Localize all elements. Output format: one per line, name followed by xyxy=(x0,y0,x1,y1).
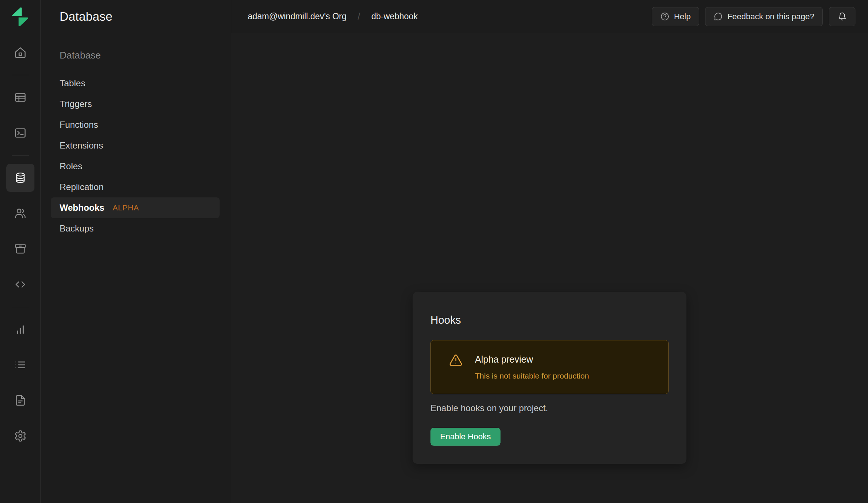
body: Database Tables Triggers Functions Exten… xyxy=(41,33,868,503)
supabase-logo[interactable] xyxy=(0,0,40,33)
top-header: Database adam@windmill.dev's Org / db-we… xyxy=(41,0,868,33)
help-circle-icon xyxy=(660,12,670,21)
icon-rail xyxy=(0,0,41,503)
sidebar-item-label: Backups xyxy=(60,223,94,234)
enable-hooks-button[interactable]: Enable Hooks xyxy=(431,428,501,446)
rail-divider xyxy=(12,307,29,307)
api-docs-file-icon[interactable] xyxy=(6,386,34,414)
sidebar-item-webhooks[interactable]: Webhooks ALPHA xyxy=(51,197,220,218)
shell: Database adam@windmill.dev's Org / db-we… xyxy=(41,0,868,503)
alert-text: Alpha preview This is not suitable for p… xyxy=(475,353,589,382)
alpha-badge: ALPHA xyxy=(113,203,139,212)
alert-title: Alpha preview xyxy=(475,353,589,366)
sidebar-item-extensions[interactable]: Extensions xyxy=(51,135,220,156)
header-right: adam@windmill.dev's Org / db-webhook Hel… xyxy=(231,0,868,33)
sql-editor-icon[interactable] xyxy=(6,119,34,147)
sidebar-item-label: Tables xyxy=(60,78,85,89)
sidebar-item-label: Triggers xyxy=(60,99,92,109)
breadcrumb-org[interactable]: adam@windmill.dev's Org xyxy=(248,11,347,21)
hooks-card-body-text: Enable hooks on your project. xyxy=(431,402,669,414)
sidebar-item-label: Roles xyxy=(60,161,82,171)
table-editor-icon[interactable] xyxy=(6,83,34,111)
help-button[interactable]: Help xyxy=(652,7,699,26)
sidebar-item-label: Webhooks xyxy=(60,203,104,213)
breadcrumb: adam@windmill.dev's Org / db-webhook xyxy=(248,11,418,22)
rail-divider xyxy=(12,75,29,75)
sidebar-item-label: Extensions xyxy=(60,140,103,151)
home-icon[interactable] xyxy=(6,39,34,67)
settings-gear-icon[interactable] xyxy=(6,422,34,450)
sidebar-menu: Tables Triggers Functions Extensions Rol… xyxy=(41,73,231,239)
chat-bubble-icon xyxy=(714,12,723,21)
page-title: Database xyxy=(60,10,113,24)
warning-triangle-icon xyxy=(449,353,463,367)
edge-functions-code-icon[interactable] xyxy=(6,270,34,299)
notifications-button[interactable] xyxy=(829,7,855,26)
sidebar-item-roles[interactable]: Roles xyxy=(51,156,220,177)
storage-archive-icon[interactable] xyxy=(6,235,34,263)
reports-chart-icon[interactable] xyxy=(6,315,34,343)
supabase-bolt-icon xyxy=(10,6,31,27)
hooks-card: Hooks Alpha preview This is not suitable… xyxy=(413,292,687,464)
breadcrumb-separator: / xyxy=(358,11,360,22)
sidebar-item-functions[interactable]: Functions xyxy=(51,114,220,135)
hooks-card-title: Hooks xyxy=(431,313,669,327)
logs-list-icon[interactable] xyxy=(6,351,34,379)
alert-description: This is not suitable for production xyxy=(475,370,589,382)
sidebar-item-replication[interactable]: Replication xyxy=(51,177,220,197)
breadcrumb-project[interactable]: db-webhook xyxy=(371,11,418,21)
sidebar-section-title: Database xyxy=(60,50,231,61)
main-content: Hooks Alpha preview This is not suitable… xyxy=(231,33,868,503)
feedback-label: Feedback on this page? xyxy=(727,12,814,21)
help-label: Help xyxy=(674,12,691,21)
sidebar-item-label: Replication xyxy=(60,182,104,192)
alpha-preview-alert: Alpha preview This is not suitable for p… xyxy=(431,340,669,394)
feedback-button[interactable]: Feedback on this page? xyxy=(705,7,823,26)
rail-divider xyxy=(12,155,29,156)
header-actions: Help Feedback on this page? xyxy=(652,7,855,26)
sidebar-item-tables[interactable]: Tables xyxy=(51,73,220,94)
database-icon[interactable] xyxy=(6,164,34,192)
sidebar-item-label: Functions xyxy=(60,120,98,130)
bell-icon xyxy=(838,12,847,21)
auth-users-icon[interactable] xyxy=(6,199,34,227)
app-window: Database adam@windmill.dev's Org / db-we… xyxy=(0,0,868,503)
sidebar-item-triggers[interactable]: Triggers xyxy=(51,94,220,114)
header-left: Database xyxy=(41,0,231,33)
sidebar-item-backups[interactable]: Backups xyxy=(51,218,220,239)
database-sidebar: Database Tables Triggers Functions Exten… xyxy=(41,33,231,503)
rail-nav xyxy=(6,39,34,457)
